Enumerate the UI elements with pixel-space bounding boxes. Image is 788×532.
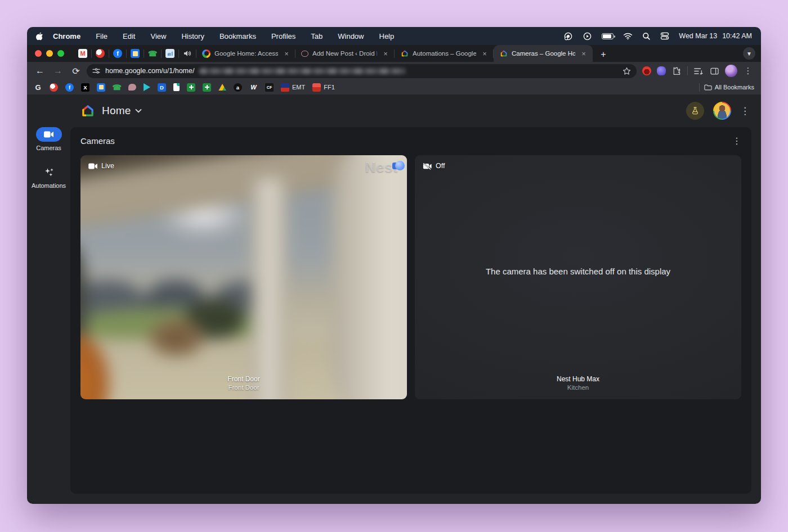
bookmark-voice[interactable]: ☎ xyxy=(113,83,121,92)
sidebar-item-cameras[interactable]: Cameras xyxy=(36,127,62,151)
bookmark-sheets-2[interactable] xyxy=(203,83,211,92)
bookmark-d-app[interactable]: D xyxy=(158,83,166,92)
menubar-app-name[interactable]: Chrome xyxy=(53,32,80,40)
menu-profiles[interactable]: Profiles xyxy=(271,32,296,40)
tab-close-icon[interactable]: × xyxy=(579,49,588,58)
bookmark-w-app[interactable]: W xyxy=(249,83,258,92)
camera-card-front-door[interactable]: Live Nest Front Door Front Door xyxy=(80,155,407,399)
bookmark-star-icon[interactable] xyxy=(623,67,631,75)
macos-menubar: Chrome File Edit View History Bookmarks … xyxy=(27,27,761,45)
pinned-tab-analytics[interactable] xyxy=(162,49,178,58)
off-status-label: Off xyxy=(436,162,445,170)
menubar-time: 10:42 AM xyxy=(722,32,752,40)
tab-title: Automations – Google Home xyxy=(413,50,476,57)
browser-menu-kebab-icon[interactable]: ⋮ xyxy=(743,66,753,76)
bookmark-facebook[interactable]: f xyxy=(65,83,74,92)
wifi-icon[interactable] xyxy=(623,33,633,40)
tab-droid-life-post[interactable]: Add New Post ‹ Droid Life — × xyxy=(296,45,395,62)
battery-icon[interactable] xyxy=(602,33,614,39)
bookmark-emt[interactable]: EMT xyxy=(281,83,305,92)
menu-file[interactable]: File xyxy=(96,32,108,40)
bookmark-calendar[interactable] xyxy=(97,83,105,92)
tab-search-chevron-icon[interactable]: ▼ xyxy=(743,47,755,60)
sidebar-item-automations[interactable]: Automations xyxy=(32,165,66,189)
new-tab-button[interactable]: + xyxy=(596,47,611,62)
adblock-extension-icon[interactable] xyxy=(642,66,651,75)
cf-app-icon: CF xyxy=(265,83,274,92)
tab-google-home-access[interactable]: Google Home: Access camer × xyxy=(196,45,296,62)
w-app-icon: W xyxy=(249,83,258,92)
reading-list-icon[interactable] xyxy=(693,66,704,76)
tab-close-icon[interactable]: × xyxy=(480,49,489,58)
bookmark-google[interactable]: G xyxy=(34,83,42,92)
google-home-logo-icon xyxy=(80,103,95,118)
pinned-tab-photos[interactable] xyxy=(92,49,109,58)
menu-tab[interactable]: Tab xyxy=(311,32,323,40)
pinned-tab-audio[interactable] xyxy=(179,50,196,57)
menu-view[interactable]: View xyxy=(150,32,166,40)
bookmark-a-app[interactable]: a xyxy=(234,83,242,92)
account-avatar[interactable] xyxy=(713,102,731,120)
google-g-icon: G xyxy=(34,83,42,92)
sidebar-label: Automations xyxy=(32,182,66,189)
pinned-tab-gmail[interactable]: M xyxy=(74,49,91,58)
camera-name: Nest Hub Max xyxy=(415,375,741,384)
menu-window[interactable]: Window xyxy=(338,32,364,40)
bookmark-chat[interactable] xyxy=(128,84,136,91)
videocam-icon xyxy=(88,163,97,169)
menu-edit[interactable]: Edit xyxy=(123,32,135,40)
camera-name: Front Door xyxy=(80,375,407,384)
pinned-tab-facebook[interactable]: f xyxy=(109,49,126,58)
tab-title: Cameras – Google Home xyxy=(512,50,575,57)
reload-button[interactable]: ⟳ xyxy=(69,64,83,78)
side-panel-icon[interactable] xyxy=(709,66,719,76)
site-info-tune-icon[interactable] xyxy=(92,67,100,74)
comment-favicon xyxy=(301,51,308,57)
bookmark-play-store[interactable] xyxy=(144,83,150,91)
all-bookmarks-button[interactable]: All Bookmarks xyxy=(704,84,754,91)
bookmark-drive[interactable] xyxy=(218,84,226,91)
tab-close-icon[interactable]: × xyxy=(381,49,390,58)
live-status-label: Live xyxy=(101,162,114,170)
control-center-icon[interactable] xyxy=(660,32,669,40)
forward-button[interactable]: → xyxy=(51,64,65,78)
labs-preview-button[interactable] xyxy=(686,102,704,120)
now-playing-icon[interactable] xyxy=(583,31,592,41)
menubar-clock[interactable]: Wed Mar 13 10:42 AM xyxy=(679,32,752,40)
sync-status-icon[interactable] xyxy=(563,31,573,41)
tab-automations[interactable]: Automations – Google Home × xyxy=(395,45,494,62)
menu-history[interactable]: History xyxy=(181,32,204,40)
speech-bubble-icon xyxy=(128,84,136,91)
tab-cameras-active[interactable]: Cameras – Google Home × xyxy=(494,45,593,62)
videocam-off-icon xyxy=(423,163,432,170)
chevron-down-icon[interactable] xyxy=(135,109,142,113)
apple-logo-icon[interactable] xyxy=(36,32,53,40)
bookmark-sheets[interactable] xyxy=(187,83,195,92)
extensions-puzzle-icon[interactable] xyxy=(671,66,682,76)
camera-card-nest-hub-max[interactable]: Off The camera has been switched off on … xyxy=(415,155,741,399)
bookmark-cf-app[interactable]: CF xyxy=(265,83,274,92)
home-title[interactable]: Home xyxy=(102,105,131,117)
window-close-button[interactable] xyxy=(35,50,42,57)
window-zoom-button[interactable] xyxy=(57,50,64,57)
password-extension-icon[interactable] xyxy=(657,66,666,75)
window-minimize-button[interactable] xyxy=(46,50,53,57)
panel-menu-kebab-icon[interactable]: ⋮ xyxy=(732,136,741,146)
home-menu-kebab-icon[interactable]: ⋮ xyxy=(740,105,750,117)
pinned-tab-voice[interactable]: ☎ xyxy=(144,49,161,58)
tab-close-icon[interactable]: × xyxy=(282,49,291,58)
bookmark-ff1[interactable]: FF1 xyxy=(312,83,335,92)
page-title: Cameras xyxy=(80,136,115,146)
menu-help[interactable]: Help xyxy=(379,32,395,40)
browser-profile-avatar[interactable] xyxy=(725,65,737,77)
back-button[interactable]: ← xyxy=(33,64,47,78)
bookmark-red-app[interactable] xyxy=(50,83,58,92)
menu-bookmarks[interactable]: Bookmarks xyxy=(220,32,256,40)
spotlight-search-icon[interactable] xyxy=(642,32,651,40)
camera-live-feed xyxy=(80,155,407,399)
address-bar[interactable]: home.google.com/u/1/home/ xyxy=(87,64,637,78)
bookmark-docs[interactable] xyxy=(173,83,180,91)
pinned-tab-calendar[interactable] xyxy=(127,49,144,58)
bookmark-x[interactable]: X xyxy=(81,83,89,92)
speaker-icon xyxy=(183,50,191,57)
